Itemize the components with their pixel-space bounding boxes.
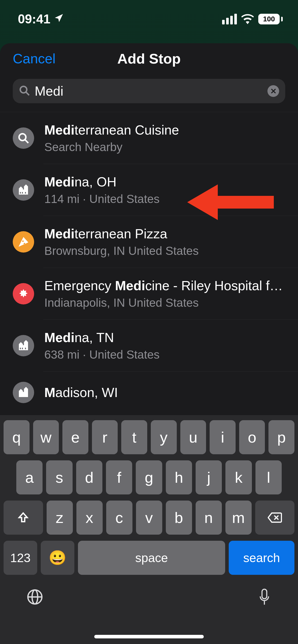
result-row[interactable]: Mediterranean Cuisine Search Nearby (0, 112, 298, 164)
key-z[interactable]: z (47, 501, 73, 535)
key-g[interactable]: g (136, 460, 162, 494)
key-n[interactable]: n (196, 501, 222, 535)
search-key[interactable]: search (229, 541, 294, 575)
result-title: Medina, OH (44, 174, 160, 189)
svg-point-2 (19, 134, 26, 141)
city-icon (13, 179, 34, 201)
result-subtitle: 638 mi · United States (44, 348, 160, 361)
space-key[interactable]: space (78, 541, 225, 575)
city-icon (13, 335, 34, 356)
key-m[interactable]: m (225, 501, 252, 535)
results-list: Mediterranean Cuisine Search Nearby Medi… (0, 112, 298, 412)
signal-icon (222, 14, 237, 24)
result-row[interactable]: Mediterranean Pizza Brownsburg, IN Unite… (0, 216, 298, 268)
key-a[interactable]: a (16, 460, 43, 494)
key-q[interactable]: q (4, 420, 30, 454)
sheet-title: Add Stop (117, 50, 181, 67)
key-l[interactable]: l (255, 460, 282, 494)
cancel-button[interactable]: Cancel (13, 43, 56, 74)
key-u[interactable]: u (180, 420, 206, 454)
result-title: Emergency Medicine - Riley Hospital for.… (44, 278, 285, 293)
medical-icon (13, 283, 34, 304)
battery-icon: 100 (258, 14, 283, 24)
mic-icon[interactable] (257, 588, 272, 606)
key-y[interactable]: y (151, 420, 177, 454)
key-f[interactable]: f (106, 460, 132, 494)
home-indicator[interactable] (94, 635, 204, 638)
result-title: Medina, TN (44, 330, 160, 345)
key-c[interactable]: c (106, 501, 132, 535)
emoji-key[interactable]: 😀 (41, 541, 74, 575)
key-x[interactable]: x (76, 501, 103, 535)
result-row[interactable]: Emergency Medicine - Riley Hospital for.… (0, 268, 298, 320)
clear-icon[interactable]: ✕ (267, 85, 279, 97)
result-title: Mediterranean Cuisine (44, 122, 179, 138)
search-input[interactable] (35, 83, 263, 99)
key-v[interactable]: v (136, 501, 162, 535)
key-r[interactable]: r (92, 420, 118, 454)
search-nearby-icon (13, 127, 34, 149)
result-subtitle: Search Nearby (44, 140, 179, 154)
svg-line-3 (25, 140, 28, 143)
location-arrow-icon (54, 11, 64, 26)
search-icon (19, 85, 30, 97)
globe-icon[interactable] (26, 589, 43, 605)
status-time: 09:41 (18, 12, 50, 26)
numbers-key[interactable]: 123 (4, 541, 37, 575)
result-row[interactable]: Medina, TN 638 mi · United States (0, 320, 298, 372)
keyboard: qwertyuiop asdfghjkl zxcvbnm 123 😀 space… (0, 415, 298, 644)
key-s[interactable]: s (46, 460, 72, 494)
key-i[interactable]: i (210, 420, 236, 454)
key-e[interactable]: e (62, 420, 88, 454)
key-b[interactable]: b (166, 501, 192, 535)
svg-line-1 (26, 92, 29, 95)
key-p[interactable]: p (268, 420, 294, 454)
svg-rect-10 (262, 589, 267, 599)
key-o[interactable]: o (239, 420, 265, 454)
result-row[interactable]: Medina, OH 114 mi · United States (0, 164, 298, 216)
result-subtitle: 114 mi · United States (44, 192, 160, 206)
key-d[interactable]: d (76, 460, 102, 494)
result-subtitle: Brownsburg, IN United States (44, 244, 199, 258)
result-title: Madison, WI (44, 385, 118, 400)
result-row[interactable]: Madison, WI (0, 372, 298, 412)
key-j[interactable]: j (196, 460, 222, 494)
result-subtitle: Indianapolis, IN United States (44, 296, 285, 310)
backspace-key[interactable] (255, 501, 295, 535)
wifi-icon (241, 14, 254, 24)
key-w[interactable]: w (33, 420, 59, 454)
svg-point-0 (20, 86, 27, 93)
pizza-icon (13, 231, 34, 253)
search-field[interactable]: ✕ (13, 79, 285, 103)
status-bar: 09:41 100 (0, 0, 298, 38)
result-title: Mediterranean Pizza (44, 226, 199, 241)
key-k[interactable]: k (225, 460, 252, 494)
key-h[interactable]: h (166, 460, 192, 494)
shift-key[interactable] (4, 501, 43, 535)
city-icon (13, 382, 34, 403)
key-t[interactable]: t (121, 420, 147, 454)
